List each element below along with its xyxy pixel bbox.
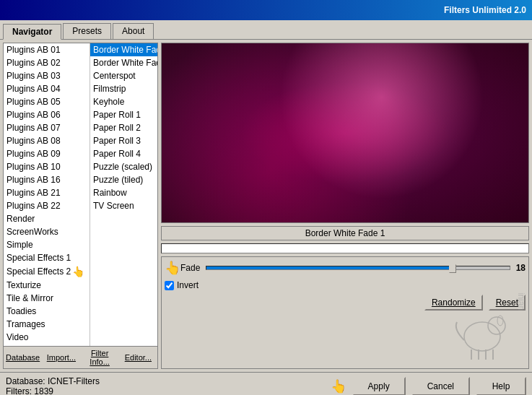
filters-status: Filters: 1839 (6, 386, 325, 396)
main-content: Plugins AB 01Plugins AB 02Plugins AB 03P… (0, 40, 532, 372)
tab-navigator[interactable]: Navigator (3, 24, 61, 40)
category-list-item[interactable]: Plugins AB 06 (4, 108, 90, 121)
filter-info-button[interactable]: Filter Info... (81, 347, 119, 368)
filter-list[interactable]: Border White Fade 1Border White Fade 2Ce… (90, 43, 157, 346)
filter-list-item[interactable]: Border White Fade 2 (90, 56, 157, 69)
left-panel-buttons: Database Import... Filter Info... Editor… (4, 346, 157, 368)
svg-point-1 (488, 317, 505, 334)
watermark-svg: © 2008-2011 HappyRainjan © 2008-2011 Hap… (439, 293, 526, 365)
category-list-item[interactable]: Plugins AB 10 (4, 160, 90, 173)
cancel-button[interactable]: Cancel (411, 377, 470, 396)
help-button[interactable]: Help (476, 377, 526, 396)
filter-list-item[interactable]: Filmstrip (90, 82, 157, 95)
category-list-item[interactable]: Plugins AB 08 (4, 134, 90, 147)
category-list-item[interactable]: Plugins AB 05 (4, 95, 90, 108)
editor-button[interactable]: Editor... (119, 347, 157, 368)
category-list-item[interactable]: Plugins AB 09 (4, 147, 90, 160)
tab-about[interactable]: About (113, 23, 154, 39)
category-list-item[interactable]: Plugins AB 16 (4, 173, 90, 186)
controls-area: 👆 Fade 18 Invert (161, 256, 529, 369)
tab-bar: Navigator Presets About (0, 20, 532, 40)
progress-bar (161, 243, 529, 253)
filter-list-item[interactable]: Paper Roll 1 (90, 108, 157, 121)
category-list-item[interactable]: Plugins AB 21 (4, 186, 90, 199)
category-list-item[interactable]: Plugins AB 04 (4, 82, 90, 95)
fade-slider-track[interactable] (206, 266, 510, 270)
database-status: Database: ICNET-Filters (6, 376, 325, 386)
apply-button[interactable]: Apply (352, 377, 406, 396)
category-list-item[interactable]: Plugins AB 07 (4, 121, 90, 134)
preview-area (161, 43, 529, 223)
fade-hand-icon: 👆 (165, 260, 180, 276)
special-effects-2-hand-icon: 👆 (72, 266, 84, 277)
category-list-item[interactable]: Special Effects 1 (4, 251, 90, 264)
category-list-item[interactable]: Plugins AB 03 (4, 69, 90, 82)
filter-list-item[interactable]: TV Screen (90, 199, 157, 212)
fade-value: 18 (516, 263, 526, 273)
category-list-item[interactable]: Plugins AB 22 (4, 199, 90, 212)
category-list-item[interactable]: Tramages (4, 318, 90, 331)
category-list-item[interactable]: Render (4, 212, 90, 225)
category-list-item[interactable]: Special Effects 2👆 (4, 264, 90, 279)
status-text: Database: ICNET-Filters Filters: 1839 (6, 376, 325, 396)
category-list-item[interactable]: Tile & Mirror (4, 292, 90, 305)
preview-label: Border White Fade 1 (161, 226, 529, 240)
svg-point-2 (497, 316, 503, 326)
filter-list-item[interactable]: Rainbow (90, 186, 157, 199)
invert-label: Invert (177, 280, 199, 290)
title-bar: Filters Unlimited 2.0 (0, 0, 532, 20)
apply-hand-icon: 👆 (331, 378, 346, 394)
bottom-bar: Database: ICNET-Filters Filters: 1839 👆 … (0, 372, 532, 395)
fade-slider-fill (206, 266, 448, 269)
filter-list-item[interactable]: Keyhole (90, 95, 157, 108)
filter-list-item[interactable]: Puzzle (tiled) (90, 173, 157, 186)
app-title: Filters Unlimited 2.0 (444, 5, 526, 15)
filter-list-item[interactable]: Border White Fade 1 (90, 43, 157, 56)
svg-point-0 (464, 322, 500, 351)
category-list-item[interactable]: Toadies (4, 305, 90, 318)
category-list[interactable]: Plugins AB 01Plugins AB 02Plugins AB 03P… (4, 43, 90, 346)
preview-image (162, 43, 528, 222)
invert-row: Invert (165, 280, 526, 290)
right-panel: Border White Fade 1 👆 Fade 18 Invert (161, 43, 529, 369)
fade-label: Fade (180, 263, 200, 273)
import-button[interactable]: Import... (42, 347, 80, 368)
list-container: Plugins AB 01Plugins AB 02Plugins AB 03P… (4, 43, 157, 346)
filter-list-item[interactable]: Centerspot (90, 69, 157, 82)
category-list-item[interactable]: Plugins AB 02 (4, 56, 90, 69)
invert-checkbox[interactable] (165, 281, 174, 290)
left-panel: Plugins AB 01Plugins AB 02Plugins AB 03P… (3, 43, 158, 369)
database-button[interactable]: Database (4, 347, 42, 368)
filter-list-item[interactable]: Paper Roll 2 (90, 121, 157, 134)
filter-list-item[interactable]: Puzzle (scaled) (90, 160, 157, 173)
filter-list-item[interactable]: Paper Roll 4 (90, 147, 157, 160)
fade-control-row: 👆 Fade 18 (165, 260, 526, 276)
category-list-item[interactable]: Texturize (4, 279, 90, 292)
svg-text:© 2008-2011 HappyRainjan: © 2008-2011 HappyRainjan (516, 293, 526, 311)
category-list-item[interactable]: ScreenWorks (4, 225, 90, 238)
category-list-item[interactable]: Video (4, 331, 90, 344)
category-list-item[interactable]: Plugins AB 01 (4, 43, 90, 56)
filter-list-item[interactable]: Paper Roll 3 (90, 134, 157, 147)
category-list-item[interactable]: Simple (4, 238, 90, 251)
tab-presets[interactable]: Presets (63, 23, 111, 39)
fade-slider-thumb[interactable] (449, 264, 456, 273)
watermark: © 2008-2011 HappyRainjan © 2008-2011 Hap… (439, 293, 526, 365)
